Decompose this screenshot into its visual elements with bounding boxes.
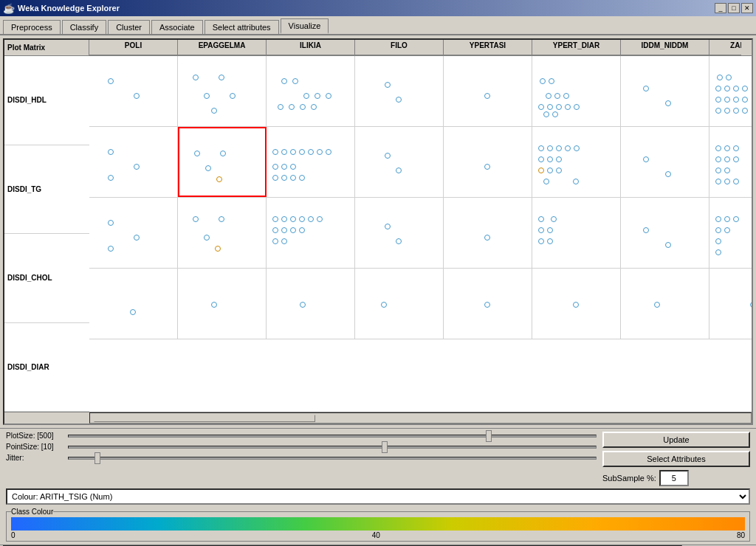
subsample-row: SubSample %: [602,470,750,486]
row-label-disdi-hdl: DISDI_HDL [4,56,89,145]
col-header-poli: POLI [89,40,178,55]
maximize-button[interactable]: □ [728,3,740,13]
col-header-ypertasi: YPERTASI [444,40,532,55]
plot-cell-ypertasi-hdl[interactable] [444,56,532,126]
h-scrollbar[interactable] [4,412,752,424]
plot-cell-ypert-diar-diar[interactable] [532,269,621,339]
window-controls[interactable]: _ □ ✕ [715,3,753,13]
colour-select[interactable]: Colour: ARITH_TSIG (Num) [6,488,750,505]
tab-preprocess[interactable]: Preprocess [3,20,61,34]
plot-cell-zakx-chol[interactable] [709,198,752,268]
point-size-row: PointSize: [10] [6,443,597,451]
plot-cell-poli-hdl[interactable] [89,56,178,126]
plot-cell-ilikia-chol[interactable] [267,198,355,268]
plot-cell-iddm-tg[interactable] [621,127,709,197]
colour-scale: 0 40 80 [11,531,745,539]
plot-size-slider[interactable] [68,435,597,438]
plot-cell-iddm-diar[interactable] [621,269,709,339]
plot-row-hdl [89,56,752,127]
class-colour-legend: Class Colour [11,508,53,516]
tab-visualize[interactable]: Visualize [281,18,329,34]
plot-size-row: PlotSize: [500] [6,432,597,440]
subsample-input[interactable] [659,470,689,486]
colour-max: 80 [737,531,745,539]
plot-cell-ilikia-hdl[interactable] [267,56,355,126]
plot-cell-epaggelma-tg[interactable]: X: EPAGGELMA Y: DISDI_TG (click to enlar… [178,127,267,197]
row-label-disdi-chol: DISDI_CHOL [4,234,89,323]
point-size-label: PointSize: [10] [6,443,65,451]
plot-cell-iddm-hdl[interactable] [621,56,709,126]
title-bar: ☕ Weka Knowledge Explorer _ □ ✕ [0,0,756,16]
tab-cluster[interactable]: Cluster [108,20,150,34]
tab-select-attributes[interactable]: Select attributes [205,20,279,34]
plot-cell-filo-diar[interactable] [355,269,444,339]
plot-cell-poli-tg[interactable] [89,127,178,197]
select-attributes-button[interactable]: Select Attributes [602,451,750,467]
jitter-label: Jitter: [6,454,65,462]
window-title: ☕ Weka Knowledge Explorer [3,3,120,14]
col-header-ilikia: ILIKIA [267,40,355,55]
plot-cell-poli-chol[interactable] [89,198,178,268]
sliders-section: PlotSize: [500] PointSize: [10] Jitter: [6,432,597,465]
plot-cell-zakx-tg[interactable] [709,127,752,197]
plot-cell-epaggelma-hdl[interactable] [178,56,267,126]
plot-size-label: PlotSize: [500] [6,432,65,440]
plot-cell-iddm-chol[interactable] [621,198,709,268]
plot-cell-epaggelma-diar[interactable] [178,269,267,339]
plot-cell-zakx-hdl[interactable] [709,56,752,126]
plot-cell-poli-diar[interactable] [89,269,178,339]
plot-cell-ypert-diar-hdl[interactable] [532,56,621,126]
class-colour-section: Class Colour 0 40 80 [6,508,750,542]
plot-cell-ypertasi-diar[interactable] [444,269,532,339]
plot-row-chol [89,198,752,269]
colour-row: Colour: ARITH_TSIG (Num) [6,488,750,505]
tab-associate[interactable]: Associate [151,20,203,34]
plot-cell-zakx-diar[interactable] [709,269,752,339]
point-size-slider[interactable] [68,446,597,449]
plot-cell-ilikia-diar[interactable] [267,269,355,339]
plot-row-diar [89,269,752,339]
main-content: Plot Matrix POLI EPAGGELMA ILIKIA FILO Y… [0,35,756,545]
plot-area: Plot Matrix POLI EPAGGELMA ILIKIA FILO Y… [3,38,753,425]
subsample-label: SubSample %: [602,474,656,483]
jitter-row: Jitter: [6,454,597,462]
jitter-slider[interactable] [68,457,597,460]
update-button[interactable]: Update [602,432,750,448]
col-header-iddm: IDDM_NIDDM [621,40,709,55]
plot-cell-ypert-diar-tg[interactable] [532,127,621,197]
plot-matrix-body: DISDI_HDL DISDI_TG DISDI_CHOL DISDI_DIAR [4,56,752,412]
col-header-zakx: ZAKX_DIAB_ [709,40,741,55]
plot-cell-epaggelma-chol[interactable] [178,198,267,268]
col-header-filo: FILO [355,40,444,55]
tab-bar: Preprocess Classify Cluster Associate Se… [0,16,756,35]
plot-scroll-area[interactable]: X: EPAGGELMA Y: DISDI_TG (click to enlar… [89,56,752,412]
plot-cell-ilikia-tg[interactable] [267,127,355,197]
colour-mid: 40 [372,531,380,539]
colour-bar [11,517,745,531]
row-label-disdi-tg: DISDI_TG [4,145,89,235]
colour-min: 0 [11,531,16,539]
tab-classify[interactable]: Classify [62,20,107,34]
plot-corner: Plot Matrix [4,40,89,55]
col-header-epaggelma: EPAGGELMA [178,40,267,55]
col-header-ypert-diar: YPERT_DIAR [532,40,621,55]
controls-panel: PlotSize: [500] PointSize: [10] Jitter: [0,428,756,545]
plot-cell-ypert-diar-chol[interactable] [532,198,621,268]
minimize-button[interactable]: _ [715,3,726,13]
row-label-disdi-diar: DISDI_DIAR [4,323,89,412]
plot-cell-filo-tg[interactable] [355,127,444,197]
plot-tooltip: X: EPAGGELMA Y: DISDI_TG (click to enlar… [179,127,267,128]
row-labels: DISDI_HDL DISDI_TG DISDI_CHOL DISDI_DIAR [4,56,89,412]
right-controls: Update Select Attributes SubSample %: [602,432,750,486]
close-button[interactable]: ✕ [741,3,753,13]
plot-cell-filo-hdl[interactable] [355,56,444,126]
plot-cell-ypertasi-chol[interactable] [444,198,532,268]
plot-cell-ypertasi-tg[interactable] [444,127,532,197]
plot-cell-filo-chol[interactable] [355,198,444,268]
plot-matrix-header: Plot Matrix POLI EPAGGELMA ILIKIA FILO Y… [4,40,752,56]
plot-row-tg: X: EPAGGELMA Y: DISDI_TG (click to enlar… [89,127,752,198]
